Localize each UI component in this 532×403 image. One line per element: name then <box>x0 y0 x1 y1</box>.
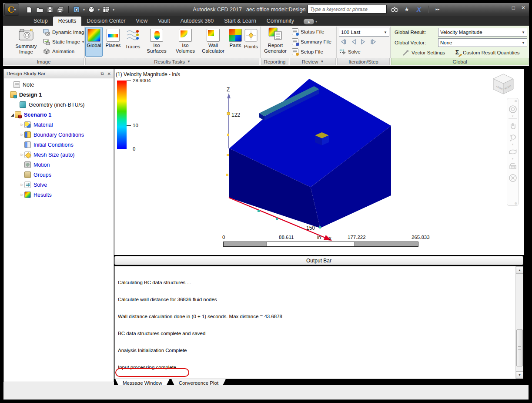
collapse-navbar-icon[interactable]: ⊖ <box>514 202 517 205</box>
close-navbar-icon[interactable]: ⊗ <box>514 99 517 103</box>
output-bar-header[interactable]: Output Bar <box>114 256 523 265</box>
close-button[interactable]: ✕ <box>521 5 525 11</box>
graphics-viewport[interactable]: (1) Velocity Magnitude - in/s 28.9004 10… <box>114 69 524 255</box>
chevron-down-icon[interactable]: ▾ <box>83 8 85 12</box>
scroll-up-button[interactable]: ▲ <box>516 266 523 274</box>
task-points-button[interactable]: Points <box>242 27 260 57</box>
orbit-icon[interactable] <box>508 147 517 156</box>
save-button[interactable] <box>46 6 54 13</box>
task-parts-button[interactable]: Parts <box>227 27 244 57</box>
summary-image-button[interactable]: Summary Image <box>13 27 40 55</box>
task-traces-button[interactable]: Traces <box>124 27 142 57</box>
view-cube[interactable]: FRONT RIGHT <box>491 72 516 97</box>
new-file-button[interactable] <box>25 6 33 13</box>
menu-autodesk-360[interactable]: Autodesk 360 <box>175 17 219 26</box>
menu-start-learn[interactable]: Start & Learn <box>219 17 261 26</box>
search-binoculars-icon[interactable] <box>390 7 399 12</box>
solve-button[interactable]: Solve <box>339 48 361 55</box>
tree-item-initial-conditions[interactable]: Initial Conditions <box>4 141 114 149</box>
global-result-combo[interactable]: Velocity Magnitude▼ <box>438 28 527 37</box>
tree-item-results[interactable]: ▷ Results <box>4 191 114 199</box>
float-panel-icon[interactable]: ⧉ <box>100 71 104 76</box>
tree-item-groups[interactable]: Groups <box>4 171 114 179</box>
tree-item-motion[interactable]: Motion <box>4 161 114 169</box>
table-tool-button[interactable] <box>102 6 110 13</box>
tree-item-material[interactable]: ▷ Material <box>4 121 114 129</box>
scrollbar-thumb[interactable] <box>516 329 523 366</box>
cloud-drive-icon[interactable]: ▲ <box>304 19 314 24</box>
custom-result-quantities-button[interactable]: Σ Custom Result Quantities <box>454 49 519 56</box>
scroll-down-button[interactable]: ▼ <box>516 371 523 379</box>
step-forward-button[interactable] <box>360 39 366 46</box>
group-label-global: Global <box>391 58 529 65</box>
menu-results[interactable]: Results <box>53 17 82 26</box>
message-window[interactable]: Calculating BC data structures ... Calcu… <box>114 266 523 379</box>
group-label-review[interactable]: Review▼ <box>290 58 336 65</box>
application-menu-button[interactable]: C ▾ <box>4 3 19 16</box>
view-cube-tool-button[interactable] <box>87 6 95 13</box>
steering-wheel-icon[interactable] <box>508 104 517 114</box>
save-all-button[interactable] <box>57 6 64 13</box>
expand-arrow-icon[interactable]: ▷ <box>20 133 24 137</box>
maximize-button[interactable]: □ <box>512 5 515 11</box>
vector-settings-button[interactable]: Vector Settings <box>402 49 445 56</box>
chevron-down-icon[interactable]: ▾ <box>82 40 84 44</box>
tree-item-mesh-size[interactable]: ▷ Mesh Size (auto) <box>4 151 114 159</box>
step-back-button[interactable] <box>351 39 357 46</box>
group-label-results-tasks[interactable]: Results Tasks▼ <box>85 58 259 65</box>
tree-item-geometry[interactable]: Geometry (inch-BTU/s) <box>4 101 114 109</box>
collapse-chevrons-icon[interactable]: ▸▸ <box>433 7 442 11</box>
zoom-icon[interactable] <box>508 133 517 142</box>
toolbar-overflow-button[interactable]: ▾ <box>113 8 114 12</box>
step-last-button[interactable] <box>370 39 377 46</box>
expand-arrow-icon[interactable]: ▷ <box>20 193 24 197</box>
expand-arrow-icon[interactable]: ▷ <box>20 153 24 157</box>
summary-file-button[interactable]: Summary File <box>292 38 331 45</box>
chevron-down-icon[interactable]: ▾ <box>315 20 317 24</box>
tree-item-boundary-conditions[interactable]: ▷ Boundary Conditions <box>4 131 114 139</box>
tree-item-solve[interactable]: ▷ ⇉ Solve <box>4 181 114 189</box>
tree-item-note[interactable]: Note <box>4 81 114 89</box>
static-image-button[interactable]: Static Image ▾ <box>43 38 84 45</box>
expand-arrow-icon[interactable]: ▷ <box>20 123 24 127</box>
iteration-combo[interactable]: 100 Last▼ <box>339 28 389 37</box>
chevron-down-icon[interactable]: ▾ <box>512 115 514 118</box>
menu-setup[interactable]: Setup <box>28 17 53 26</box>
task-iso-surfaces-button[interactable]: Iso Surfaces <box>143 27 171 57</box>
menu-decision-center[interactable]: Decision Center <box>81 17 130 26</box>
favorites-star-icon[interactable]: ★ <box>402 6 411 13</box>
step-first-button[interactable] <box>340 39 347 46</box>
chevron-right-icon[interactable]: ▸ <box>302 7 304 11</box>
report-generator-button[interactable]: Report Generator <box>262 27 288 54</box>
dynamic-image-button[interactable]: Dynamic Image <box>43 29 87 36</box>
selection-tool-button[interactable] <box>73 6 80 13</box>
open-file-button[interactable] <box>36 6 43 13</box>
tree-item-scenario-1[interactable]: ◢ Scenario 1 <box>4 111 114 119</box>
menu-view[interactable]: View <box>130 17 153 26</box>
chevron-down-icon[interactable]: ▾ <box>512 158 514 160</box>
look-at-icon[interactable] <box>508 161 517 171</box>
tree-item-design-1[interactable]: Design 1 <box>4 91 114 99</box>
animation-icon <box>43 48 50 55</box>
pan-hand-icon[interactable] <box>508 121 517 130</box>
animation-button[interactable]: Animation <box>43 48 74 55</box>
setup-file-button[interactable]: Setup File <box>292 48 323 55</box>
task-global-button[interactable]: Global <box>85 27 103 57</box>
fit-view-icon[interactable] <box>508 173 517 182</box>
task-planes-button[interactable]: Planes <box>104 27 123 57</box>
chevron-down-icon[interactable]: ▾ <box>98 8 100 12</box>
help-search-input[interactable] <box>308 5 387 13</box>
menu-vault[interactable]: Vault <box>153 17 175 26</box>
chevron-down-icon[interactable]: ▾ <box>512 143 514 146</box>
status-file-button[interactable]: Status File <box>292 28 324 35</box>
exchange-apps-icon[interactable]: X <box>415 6 423 13</box>
minimize-button[interactable]: – <box>503 5 506 11</box>
task-wall-calculator-button[interactable]: Wall Calculator <box>200 27 226 57</box>
output-scrollbar[interactable]: ▲ ▼ <box>515 266 523 379</box>
expand-arrow-icon[interactable]: ▷ <box>20 183 24 187</box>
menu-community[interactable]: Community <box>261 17 299 26</box>
global-vector-combo[interactable]: None▼ <box>438 38 527 47</box>
collapse-arrow-icon[interactable]: ◢ <box>10 113 15 117</box>
close-panel-icon[interactable]: ✕ <box>107 71 111 76</box>
task-iso-volumes-button[interactable]: Iso Volumes <box>171 27 199 57</box>
